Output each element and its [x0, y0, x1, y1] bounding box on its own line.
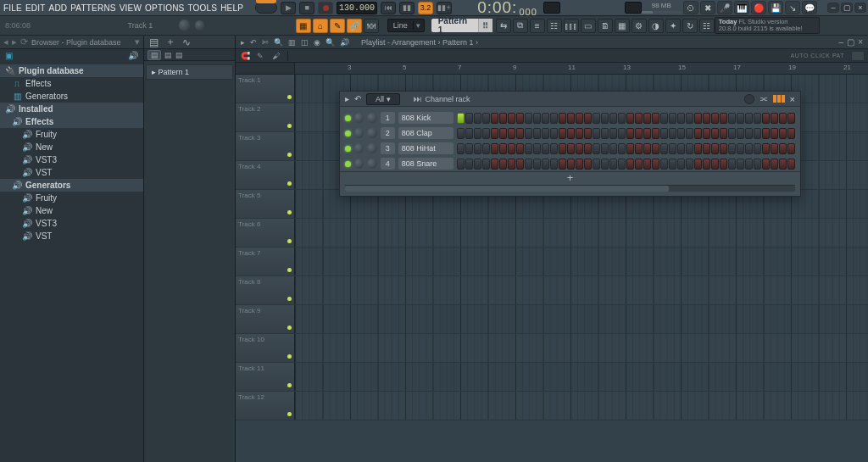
mute-dot[interactable] — [287, 181, 292, 186]
mute-dot[interactable] — [287, 326, 292, 330]
step[interactable] — [643, 159, 651, 170]
playlist-max[interactable]: ▢ — [847, 37, 854, 47]
playlist-menu-icon[interactable]: ▸ — [241, 38, 245, 47]
track-header[interactable]: Track 6 — [236, 219, 295, 247]
channel-mute[interactable] — [345, 115, 351, 121]
step[interactable] — [787, 128, 795, 139]
step[interactable] — [762, 143, 770, 154]
panel-icon-6[interactable]: 🗎 — [598, 19, 613, 33]
step[interactable] — [491, 128, 498, 139]
step[interactable] — [711, 159, 719, 170]
picker-add-icon[interactable]: ＋ — [165, 35, 175, 49]
pattern-item[interactable]: ▸ Pattern 1 — [146, 64, 233, 80]
step[interactable] — [694, 128, 702, 139]
panel-icon-12[interactable]: ☷ — [699, 19, 715, 33]
rack-undo-icon[interactable]: ↶ — [354, 94, 361, 103]
track-header[interactable]: Track 2 — [236, 103, 295, 131]
step[interactable] — [762, 113, 770, 124]
master-volume-knob[interactable] — [179, 19, 190, 31]
step[interactable] — [720, 128, 727, 139]
step[interactable] — [609, 113, 617, 124]
step[interactable] — [465, 113, 473, 124]
step[interactable] — [593, 143, 600, 154]
step[interactable] — [550, 159, 558, 170]
tree-node-effects[interactable]: ⎍Effects — [0, 77, 143, 90]
undo-icon[interactable]: ↶ — [250, 38, 257, 47]
pat-song-toggle[interactable] — [255, 2, 277, 14]
step[interactable] — [660, 113, 668, 124]
window-toggle-3[interactable]: 🔗 — [347, 19, 362, 33]
channel-rack-window[interactable]: ▸ ↶ All ▾ ⏭ Channel rack ⫘ × 1808 Kick28… — [339, 91, 801, 197]
step[interactable] — [745, 143, 753, 154]
step[interactable] — [720, 113, 727, 124]
camera-icon[interactable]: ◉ — [314, 38, 320, 47]
step[interactable] — [482, 159, 490, 170]
step[interactable] — [491, 159, 498, 170]
step[interactable] — [745, 159, 753, 170]
step[interactable] — [771, 143, 778, 154]
step[interactable] — [660, 128, 668, 139]
step[interactable] — [711, 128, 719, 139]
menu-tools[interactable]: TOOLS — [187, 3, 217, 13]
step[interactable] — [728, 128, 736, 139]
channel-mute[interactable] — [345, 146, 351, 152]
step[interactable] — [779, 128, 787, 139]
step[interactable] — [559, 159, 566, 170]
tree-node-fruity[interactable]: 🔊Fruity — [0, 128, 143, 141]
step[interactable] — [703, 159, 710, 170]
channel-name[interactable]: 808 Kick — [398, 112, 453, 124]
track-header[interactable]: Track 5 — [236, 190, 295, 218]
step[interactable] — [593, 128, 600, 139]
step[interactable] — [618, 128, 626, 139]
step[interactable] — [584, 113, 592, 124]
channel-mute[interactable] — [345, 131, 351, 136]
track-grid[interactable] — [295, 334, 868, 362]
step[interactable] — [474, 143, 481, 154]
bar-13[interactable]: 13 — [623, 64, 631, 71]
step[interactable] — [771, 113, 778, 124]
step[interactable] — [457, 128, 465, 139]
step[interactable] — [559, 128, 566, 139]
step[interactable] — [550, 143, 558, 154]
track-grid[interactable] — [295, 276, 868, 304]
metronome-a[interactable]: ⏮ — [381, 2, 396, 14]
step[interactable] — [737, 128, 744, 139]
top-icon-2[interactable]: 🎤 — [717, 1, 732, 14]
collapse-icon[interactable]: ▣ — [5, 51, 13, 60]
step[interactable] — [669, 159, 676, 170]
top-icon-5[interactable]: 💾 — [768, 1, 783, 14]
step[interactable] — [593, 113, 600, 124]
channel-number[interactable]: 3 — [381, 142, 395, 154]
channel-number[interactable]: 4 — [381, 158, 395, 170]
search-icon[interactable]: 🔍 — [274, 38, 283, 47]
channel-pan-knob[interactable] — [354, 159, 364, 169]
step[interactable] — [465, 143, 473, 154]
step[interactable] — [533, 113, 541, 124]
step[interactable] — [686, 143, 693, 154]
step[interactable] — [635, 143, 643, 154]
step[interactable] — [626, 159, 634, 170]
pattern-selector[interactable]: Pattern 1⠿ — [431, 19, 492, 32]
menu-help[interactable]: HELP — [220, 3, 243, 13]
mute-dot[interactable] — [287, 95, 292, 99]
step[interactable] — [787, 143, 795, 154]
step[interactable] — [669, 113, 676, 124]
step[interactable] — [576, 143, 583, 154]
step[interactable] — [499, 159, 507, 170]
step[interactable] — [694, 159, 702, 170]
step[interactable] — [652, 128, 659, 139]
step[interactable] — [669, 128, 676, 139]
play-button[interactable]: ▶ — [281, 2, 296, 14]
step[interactable] — [584, 159, 592, 170]
view-icon[interactable]: ◫ — [301, 38, 309, 47]
step[interactable] — [465, 159, 473, 170]
step[interactable] — [576, 128, 583, 139]
track-grid[interactable] — [295, 248, 868, 276]
track-header[interactable]: Track 4 — [236, 161, 295, 189]
rack-swing-knob[interactable] — [744, 94, 754, 104]
track-grid[interactable] — [295, 363, 868, 391]
channel-name[interactable]: 808 Snare — [398, 158, 453, 170]
track-grid[interactable] — [295, 219, 868, 247]
step[interactable] — [567, 128, 575, 139]
step[interactable] — [457, 113, 465, 124]
